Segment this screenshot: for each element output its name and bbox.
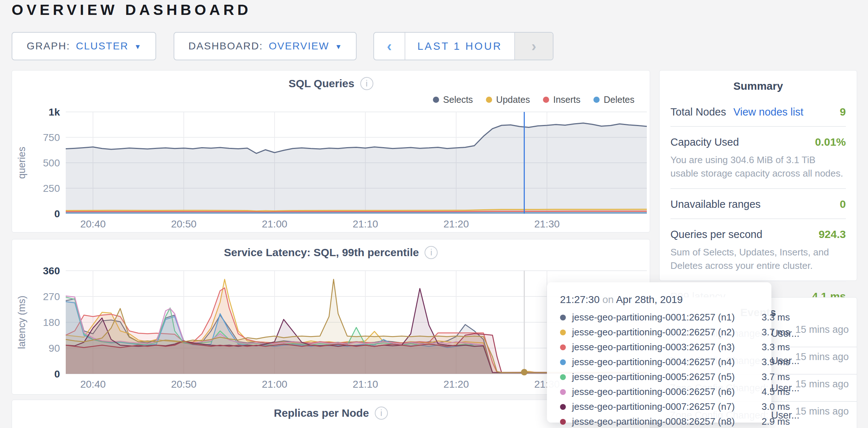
tooltip-node-name: jesse-geo-partitioning-0006:26257 (n6) [572,386,755,397]
tooltip-node-name: jesse-geo-partitioning-0001:26257 (n1) [572,312,755,323]
summary-title: Summary [660,80,857,92]
tooltip-time: 21:27:30 [560,294,600,305]
graph-dropdown-label: GRAPH: [27,40,70,52]
svg-text:250: 250 [43,183,60,194]
tooltip-row: jesse-geo-partitioning-0005:26257 (n5) 3… [560,370,771,384]
svg-text:750: 750 [43,132,60,143]
svg-text:20:50: 20:50 [171,218,196,230]
event-timestamp: 15 mins ago [791,350,849,363]
svg-text:21:10: 21:10 [353,218,378,230]
service-latency-title-row: Service Latency: SQL, 99th percentile i [12,246,650,259]
summary-value: 924.3 [819,228,846,241]
svg-text:0: 0 [54,368,60,380]
sql-queries-legend: Selects Updates Inserts Deletes [433,94,634,105]
sql-queries-title-row: SQL Queries i [12,77,650,90]
time-next-button[interactable]: › [514,33,553,60]
tooltip-node-value: 3.0 ms [762,401,790,412]
summary-value: 0.01% [815,136,846,148]
tooltip-date: Apr 28th, 2019 [616,294,683,305]
event-timestamp: 15 mins ago [791,377,849,391]
time-prev-button[interactable]: ‹ [374,33,405,60]
time-range-label[interactable]: LAST 1 HOUR [405,33,514,60]
tooltip-node-name: jesse-geo-partitioning-0004:26257 (n4) [572,356,755,368]
svg-text:90: 90 [49,343,60,354]
event-timestamp: 15 mins ago [791,323,849,336]
tooltip-row: jesse-geo-partitioning-0006:26257 (n6) 4… [560,384,771,399]
legend-label: Inserts [553,94,580,105]
svg-text:270: 270 [43,291,60,302]
tooltip-row: jesse-geo-partitioning-0007:26257 (n7) 3… [560,399,771,414]
tooltip-rows: jesse-geo-partitioning-0001:26257 (n1) 3… [560,310,771,428]
svg-text:21:00: 21:00 [262,379,287,390]
tooltip-row: jesse-geo-partitioning-0002:26257 (n2) 3… [560,325,771,340]
tooltip-header: 21:27:30 on Apr 28th, 2019 [560,294,771,306]
svg-text:latency (ms): latency (ms) [16,295,27,349]
series-dot-icon [560,344,566,350]
summary-rows: Total Nodes View nodes list 9 Capacity U… [670,97,846,311]
dashboard-dropdown[interactable]: DASHBOARD: OVERVIEW ▼ [174,32,357,60]
series-dot-icon [560,404,566,410]
svg-text:queries: queries [16,147,27,179]
legend-item[interactable]: Deletes [593,94,634,105]
tooltip-node-name: jesse-geo-partitioning-0005:26257 (n5) [572,371,755,383]
legend-dot-icon [486,97,492,103]
summary-label: Total Nodes [670,106,726,118]
dashboard-dropdown-label: DASHBOARD: [188,40,263,52]
dashboard-dropdown-value: OVERVIEW [269,40,329,52]
summary-label: Queries per second [670,229,762,241]
svg-text:21:20: 21:20 [443,379,469,390]
page-title: OVERVIEW DASHBOARD [12,1,251,19]
series-dot-icon [560,419,566,425]
chevron-down-icon: ▼ [335,43,342,51]
svg-text:360: 360 [43,267,60,276]
series-dot-icon [560,389,566,395]
series-dot-icon [560,359,566,365]
tooltip-node-value: 2.9 ms [762,416,790,427]
svg-text:0: 0 [54,208,60,219]
svg-text:500: 500 [43,157,60,169]
info-icon[interactable]: i [425,246,438,259]
tooltip-row: jesse-geo-partitioning-0008:26257 (n8) 2… [560,414,771,428]
svg-text:21:20: 21:20 [443,218,469,230]
time-range-selector: ‹ LAST 1 HOUR › [373,32,553,60]
controls-bar: GRAPH: CLUSTER ▼ DASHBOARD: OVERVIEW ▼ ‹… [12,32,856,61]
svg-text:21:10: 21:10 [353,379,378,390]
legend-item[interactable]: Inserts [543,94,580,105]
summary-row: Capacity Used 0.01% You are using 304.6 … [670,127,846,189]
summary-subtext: You are using 304.6 MiB of 3.1 TiB usabl… [670,153,846,180]
legend-item[interactable]: Updates [486,94,530,105]
info-icon[interactable]: i [360,77,373,90]
svg-text:20:40: 20:40 [80,218,106,230]
svg-text:21:30: 21:30 [534,218,560,230]
tooltip-node-value: 3.7 ms [762,371,790,383]
sql-queries-chart[interactable]: 02505007501k20:4020:5021:0021:1021:2021:… [12,108,650,230]
chevron-down-icon: ▼ [134,43,141,51]
svg-text:20:40: 20:40 [80,379,106,390]
tooltip-row: jesse-geo-partitioning-0001:26257 (n1) 3… [560,310,771,325]
legend-dot-icon [433,97,439,103]
legend-dot-icon [593,97,600,103]
graph-dropdown-value: CLUSTER [76,40,129,52]
legend-label: Deletes [604,94,634,105]
view-nodes-link[interactable]: View nodes list [733,106,803,118]
info-icon[interactable]: i [375,407,388,420]
legend-label: Updates [496,94,530,105]
tooltip-node-value: 3.3 ms [762,312,790,323]
tooltip-node-value: 3.9 ms [762,356,790,368]
tooltip-row: jesse-geo-partitioning-0004:26257 (n4) 3… [560,355,771,370]
summary-label: Unavailable ranges [670,198,760,210]
graph-dropdown[interactable]: GRAPH: CLUSTER ▼ [12,32,156,60]
replicas-title: Replicas per Node [274,407,369,419]
svg-text:20:50: 20:50 [171,379,196,390]
legend-item[interactable]: Selects [433,94,473,105]
summary-label: Capacity Used [670,136,739,148]
tooltip-on: on [603,294,614,305]
tooltip-node-name: jesse-geo-partitioning-0002:26257 (n2) [572,327,755,338]
summary-value: 0 [840,198,846,210]
series-dot-icon [560,330,566,335]
chart-tooltip: 21:27:30 on Apr 28th, 2019 jesse-geo-par… [547,282,771,423]
event-timestamp: 15 mins ago [791,405,849,418]
tooltip-node-name: jesse-geo-partitioning-0008:26257 (n8) [572,416,755,427]
summary-row: Unavailable ranges 0 [670,189,846,219]
summary-row: Total Nodes View nodes list 9 [670,97,846,127]
